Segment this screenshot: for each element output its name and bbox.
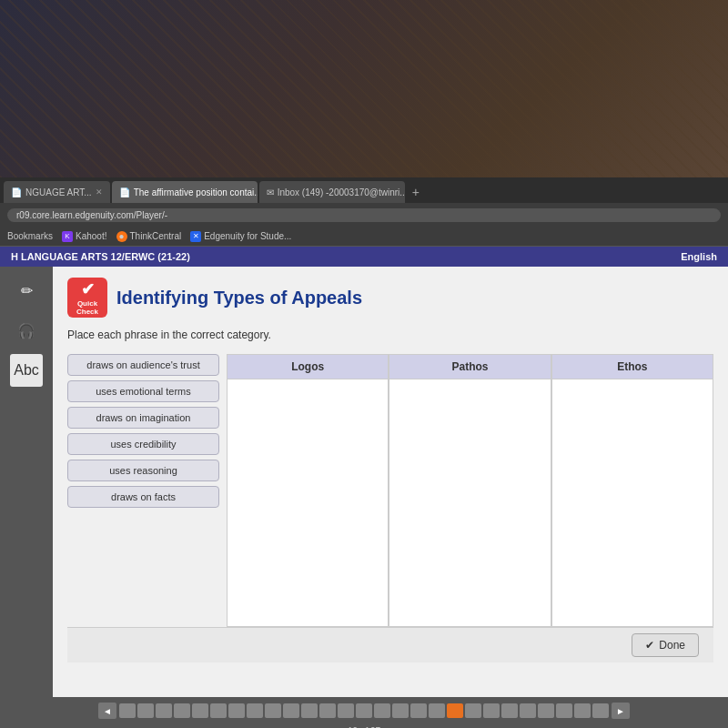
tab-language-arts[interactable]: 📄 NGUAGE ART... ✕	[4, 181, 110, 203]
tab-label: Inbox (149) -20003170@twinri...	[278, 187, 405, 197]
course-title: H LANGUAGE ARTS 12/ERWC (21-22)	[11, 251, 190, 262]
headphones-icon[interactable]: 🎧	[10, 314, 43, 347]
activity-title: Identifying Types of Appeals	[116, 288, 362, 308]
tab-icon: 📄	[119, 187, 130, 197]
pagination-bar: ◄ ►	[0, 697, 728, 724]
edgenuity-icon: ✕	[190, 231, 201, 242]
bottom-toolbar: ✔ Done	[67, 627, 713, 662]
page-dot-1[interactable]	[119, 703, 136, 718]
address-bar-row: r09.core.learn.edgenuity.com/Player/-	[0, 203, 728, 227]
pathos-header: Pathos	[389, 355, 550, 379]
tab-icon: ✉	[267, 187, 274, 197]
tab-inbox[interactable]: ✉ Inbox (149) -20003170@twinri... ✕	[259, 181, 405, 203]
page-dot-4[interactable]	[174, 703, 190, 718]
categories: Logos Pathos Ethos	[227, 354, 713, 627]
page-dot-6[interactable]	[210, 703, 227, 718]
instructions: Place each phrase in the correct categor…	[67, 329, 713, 341]
bottom-section: ◄ ► 19 of 27	[0, 697, 728, 728]
kahoot-icon: K	[62, 231, 73, 242]
page-dot-22[interactable]	[501, 703, 518, 718]
left-sidebar: ✏ 🎧 Abc	[0, 267, 53, 697]
thinkcentral-icon: ●	[116, 231, 127, 242]
logos-header: Logos	[228, 355, 388, 379]
page-dot-16[interactable]	[392, 703, 409, 718]
tab-label: The affirmative position contai...	[134, 187, 258, 197]
done-label: Done	[659, 639, 685, 652]
top-nav: H LANGUAGE ARTS 12/ERWC (21-22) English	[0, 247, 728, 267]
bookmark-kahoot[interactable]: K Kahoot!	[62, 231, 106, 242]
phrase-reasoning[interactable]: uses reasoning	[67, 460, 219, 481]
page-dot-25[interactable]	[556, 703, 572, 718]
bookmark-thinkcentral[interactable]: ● ThinkCentral	[116, 231, 182, 242]
background-photo	[0, 0, 728, 177]
page-dot-26[interactable]	[574, 703, 591, 718]
pathos-drop-zone[interactable]	[389, 379, 550, 626]
tab-icon: 📄	[11, 187, 22, 197]
pencil-icon[interactable]: ✏	[10, 274, 43, 307]
page-dot-18[interactable]	[429, 703, 445, 718]
page-dot-27[interactable]	[592, 703, 609, 718]
page-dot-17[interactable]	[410, 703, 427, 718]
bookmark-edgenuity[interactable]: ✕ Edgenuity for Stude...	[190, 231, 291, 242]
source-column: draws on audience's trust uses emotional…	[67, 354, 227, 627]
ethos-column: Ethos	[551, 354, 713, 627]
page-dot-7[interactable]	[228, 703, 245, 718]
logos-drop-zone[interactable]	[228, 379, 388, 626]
page-dot-14[interactable]	[356, 703, 372, 718]
ethos-header: Ethos	[552, 355, 713, 379]
pathos-column: Pathos	[389, 354, 551, 627]
page-dot-3[interactable]	[156, 703, 172, 718]
bookmarks-label: Bookmarks	[7, 231, 53, 241]
content-area: ✏ 🎧 Abc ✔ Quick Check Identifying Types …	[0, 267, 728, 697]
prev-page-button[interactable]: ◄	[98, 703, 116, 719]
english-label: English	[681, 251, 717, 262]
checkmark-icon: ✔	[81, 279, 95, 299]
phrase-draws-on-trust[interactable]: draws on audience's trust	[67, 354, 219, 376]
page-dot-19[interactable]	[447, 703, 463, 718]
done-checkmark-icon: ✔	[645, 639, 654, 652]
done-button[interactable]: ✔ Done	[632, 633, 699, 657]
quick-check-label: Quick	[77, 299, 97, 308]
phrase-facts[interactable]: draws on facts	[67, 486, 219, 508]
main-content: ✔ Quick Check Identifying Types of Appea…	[53, 267, 728, 697]
ethos-drop-zone[interactable]	[552, 379, 713, 626]
page-dot-11[interactable]	[301, 703, 318, 718]
page-dot-5[interactable]	[192, 703, 208, 718]
page-dot-24[interactable]	[538, 703, 554, 718]
page-dot-2[interactable]	[137, 703, 154, 718]
phrase-draws-imagination[interactable]: draws on imagination	[67, 407, 219, 429]
tab-label: NGUAGE ART...	[25, 187, 92, 197]
text-tool-icon[interactable]: Abc	[10, 354, 43, 387]
new-tab-button[interactable]: +	[407, 181, 425, 203]
phrase-emotional-terms[interactable]: uses emotional terms	[67, 380, 219, 402]
page-dot-23[interactable]	[520, 703, 536, 718]
logos-column: Logos	[227, 354, 389, 627]
page-dot-10[interactable]	[283, 703, 299, 718]
browser-chrome: 📄 NGUAGE ART... ✕ 📄 The affirmative posi…	[0, 177, 728, 247]
page-dot-21[interactable]	[483, 703, 500, 718]
activity-icon: ✔ Quick Check	[67, 278, 107, 318]
tab-affirmative[interactable]: 📄 The affirmative position contai... ✕	[112, 181, 258, 203]
drag-drop-area: draws on audience's trust uses emotional…	[67, 354, 713, 627]
page-dot-13[interactable]	[338, 703, 354, 718]
page-dot-12[interactable]	[319, 703, 336, 718]
abc-label: Abc	[14, 362, 39, 379]
tab-close-icon[interactable]: ✕	[96, 187, 103, 197]
page-dot-20[interactable]	[465, 703, 481, 718]
check-label: Check	[76, 308, 98, 316]
page-dot-8[interactable]	[247, 703, 263, 718]
phrase-credibility[interactable]: uses credibility	[67, 433, 219, 455]
bookmarks-bar: Bookmarks K Kahoot! ● ThinkCentral ✕ Edg…	[0, 227, 728, 247]
page-dot-15[interactable]	[374, 703, 390, 718]
page-dot-9[interactable]	[265, 703, 281, 718]
page-dots	[119, 703, 609, 718]
activity-header: ✔ Quick Check Identifying Types of Appea…	[67, 278, 713, 318]
tab-bar: 📄 NGUAGE ART... ✕ 📄 The affirmative posi…	[0, 177, 728, 203]
next-page-button[interactable]: ►	[612, 703, 630, 719]
address-bar[interactable]: r09.core.learn.edgenuity.com/Player/-	[7, 208, 721, 222]
